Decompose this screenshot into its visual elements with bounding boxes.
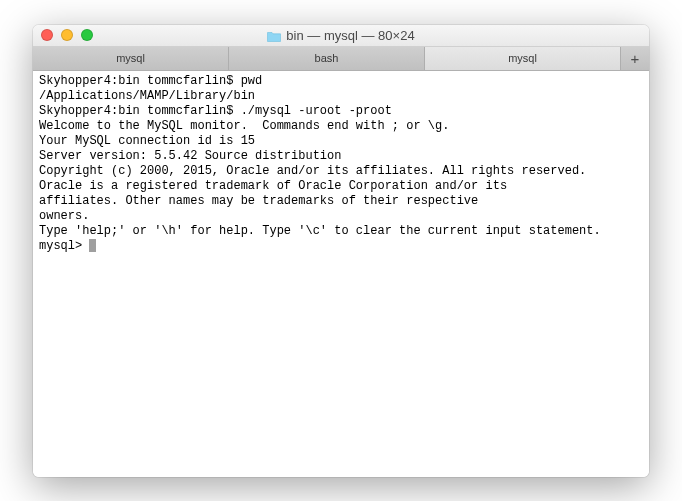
tab-bash[interactable]: bash xyxy=(229,47,425,70)
cursor xyxy=(89,239,96,252)
window-title-text: bin — mysql — 80×24 xyxy=(286,28,414,43)
tab-label: bash xyxy=(315,52,339,64)
new-tab-button[interactable]: + xyxy=(621,47,649,70)
terminal-line: Skyhopper4:bin tommcfarlin$ pwd xyxy=(39,74,643,89)
terminal-content[interactable]: Skyhopper4:bin tommcfarlin$ pwd/Applicat… xyxy=(33,71,649,477)
terminal-line: Your MySQL connection id is 15 xyxy=(39,134,643,149)
tab-label: mysql xyxy=(116,52,145,64)
plus-icon: + xyxy=(631,50,640,67)
terminal-line: affiliates. Other names may be trademark… xyxy=(39,194,643,209)
terminal-line: Type 'help;' or '\h' for help. Type '\c'… xyxy=(39,224,643,239)
terminal-line: owners. xyxy=(39,209,643,224)
terminal-line: Skyhopper4:bin tommcfarlin$ ./mysql -uro… xyxy=(39,104,643,119)
terminal-window: bin — mysql — 80×24 mysql bash mysql + S… xyxy=(33,25,649,477)
minimize-button[interactable] xyxy=(61,29,73,41)
tabbar: mysql bash mysql + xyxy=(33,47,649,71)
tab-mysql-1[interactable]: mysql xyxy=(33,47,229,70)
traffic-lights xyxy=(33,29,93,41)
folder-icon xyxy=(267,30,281,41)
mysql-prompt: mysql> xyxy=(39,239,89,253)
terminal-line: Oracle is a registered trademark of Orac… xyxy=(39,179,643,194)
window-title: bin — mysql — 80×24 xyxy=(33,28,649,43)
close-button[interactable] xyxy=(41,29,53,41)
tab-mysql-2[interactable]: mysql xyxy=(425,47,621,70)
titlebar[interactable]: bin — mysql — 80×24 xyxy=(33,25,649,47)
terminal-line: Copyright (c) 2000, 2015, Oracle and/or … xyxy=(39,164,643,179)
terminal-line: Welcome to the MySQL monitor. Commands e… xyxy=(39,119,643,134)
terminal-prompt-line: mysql> xyxy=(39,239,643,254)
terminal-line: Server version: 5.5.42 Source distributi… xyxy=(39,149,643,164)
terminal-line: /Applications/MAMP/Library/bin xyxy=(39,89,643,104)
tab-label: mysql xyxy=(508,52,537,64)
zoom-button[interactable] xyxy=(81,29,93,41)
